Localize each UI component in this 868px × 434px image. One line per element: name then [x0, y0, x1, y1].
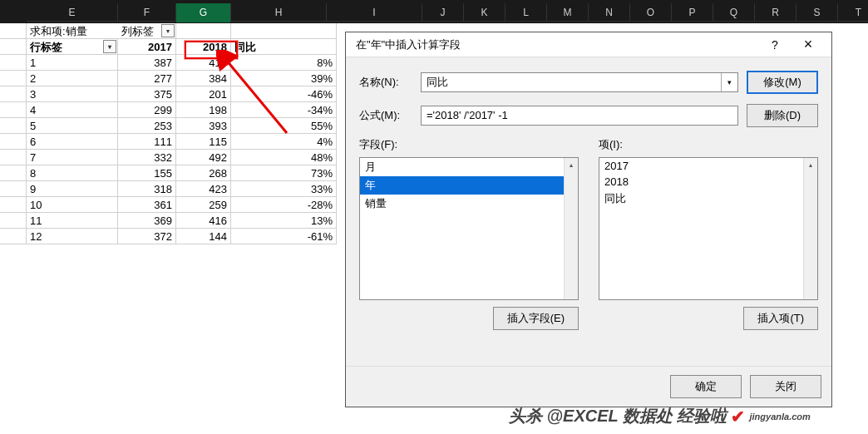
cell-pct: 48%	[231, 150, 337, 165]
watermark: 头杀 @EXCEL 数据处 经验啦 ✔ jingyanla.com	[509, 405, 811, 427]
cell-2018: 423	[176, 181, 231, 197]
cell-pct: 33%	[231, 181, 337, 197]
column-header-I[interactable]: I	[327, 3, 422, 22]
ok-button[interactable]: 确定	[670, 375, 742, 398]
row-label: 11	[27, 213, 118, 229]
cell-2017: 277	[118, 71, 176, 86]
cell-pct: 55%	[231, 118, 337, 134]
row-label: 2	[27, 71, 118, 86]
formula-input[interactable]: ='2018' /'2017' -1	[421, 106, 738, 126]
cell-2018: 418	[176, 55, 231, 71]
calc-item-dialog: 在"年"中插入计算字段 ? × 名称(N): 同比 ▾ 修改(M) 公式(M):…	[345, 32, 832, 407]
help-button[interactable]: ?	[758, 33, 792, 57]
pivot-col-label[interactable]: 列标签▾	[118, 23, 176, 39]
column-header-Q[interactable]: Q	[713, 3, 755, 22]
cell-2017: 155	[118, 165, 176, 181]
modify-button[interactable]: 修改(M)	[747, 71, 818, 94]
cell-2017: 372	[118, 229, 176, 244]
scrollbar[interactable]: ▴	[803, 158, 817, 299]
col-2017: 2017	[118, 39, 176, 55]
cell-2018: 144	[176, 229, 231, 244]
cell-2017: 387	[118, 55, 176, 71]
row-label: 7	[27, 150, 118, 165]
column-header-G[interactable]: G	[176, 3, 231, 22]
column-header-N[interactable]: N	[589, 3, 630, 22]
field-item[interactable]: 销量	[360, 195, 578, 213]
cell-pct: -61%	[231, 229, 337, 244]
fields-label: 字段(F):	[359, 137, 579, 152]
fields-listbox[interactable]: 月年销量 ▴	[359, 157, 579, 300]
pivot-row-label[interactable]: 行标签▾	[27, 39, 118, 55]
cell-2018: 259	[176, 197, 231, 213]
close-dialog-button[interactable]: 关闭	[750, 375, 821, 398]
cell-2018: 201	[176, 86, 231, 102]
row-label: 9	[27, 181, 118, 197]
column-header-P[interactable]: P	[672, 3, 713, 22]
cell-2018: 416	[176, 213, 231, 229]
cell-2018: 115	[176, 134, 231, 150]
row-label: 5	[27, 118, 118, 134]
cell-pct: 4%	[231, 134, 337, 150]
cell-2017: 332	[118, 150, 176, 165]
items-label: 项(I):	[599, 137, 818, 152]
row-label-dropdown[interactable]: ▾	[103, 40, 116, 53]
row-label: 12	[27, 229, 118, 244]
row-label: 3	[27, 86, 118, 102]
row-label: 1	[27, 55, 118, 71]
name-input[interactable]: 同比 ▾	[421, 72, 738, 92]
cell-pct: -46%	[231, 86, 337, 102]
items-listbox[interactable]: 20172018同比 ▴	[599, 157, 818, 300]
cell-pct: 8%	[231, 55, 337, 71]
cell-2017: 369	[118, 213, 176, 229]
col-2018: 2018	[176, 39, 231, 55]
cell-2017: 299	[118, 102, 176, 118]
column-header-S[interactable]: S	[796, 3, 838, 22]
column-header-L[interactable]: L	[506, 3, 547, 22]
pivot-item[interactable]: 2018	[599, 174, 817, 190]
pivot-item[interactable]: 同比	[599, 190, 817, 208]
cell-pct: 73%	[231, 165, 337, 181]
dialog-title: 在"年"中插入计算字段	[356, 37, 758, 52]
dialog-titlebar: 在"年"中插入计算字段 ? ×	[346, 32, 831, 57]
row-label: 8	[27, 165, 118, 181]
cell-2018: 268	[176, 165, 231, 181]
column-header-F[interactable]: F	[118, 3, 176, 22]
cell-pct: -34%	[231, 102, 337, 118]
cell-2017: 111	[118, 134, 176, 150]
pivot-item[interactable]: 2017	[599, 158, 817, 174]
col-label-dropdown[interactable]: ▾	[161, 24, 175, 37]
column-header-E[interactable]: E	[27, 3, 118, 22]
name-dropdown-icon[interactable]: ▾	[721, 73, 737, 91]
cell-pct: 13%	[231, 213, 337, 229]
column-header-R[interactable]: R	[755, 3, 796, 22]
col-ratio: 同比	[231, 39, 337, 55]
column-header-O[interactable]: O	[630, 3, 672, 22]
field-item[interactable]: 年	[360, 176, 578, 195]
row-label: 4	[27, 102, 118, 118]
column-header-K[interactable]: K	[464, 3, 506, 22]
cell-2018: 198	[176, 102, 231, 118]
column-header-T[interactable]: T	[838, 3, 868, 22]
cell-pct: -28%	[231, 197, 337, 213]
column-header-J[interactable]: J	[422, 3, 464, 22]
cell-2018: 393	[176, 118, 231, 134]
delete-button[interactable]: 删除(D)	[747, 104, 818, 127]
insert-field-button[interactable]: 插入字段(E)	[493, 307, 579, 330]
row-label: 6	[27, 134, 118, 150]
column-header-H[interactable]: H	[231, 3, 327, 22]
insert-item-button[interactable]: 插入项(T)	[743, 307, 818, 330]
cell-pct: 39%	[231, 71, 337, 86]
cell-2017: 375	[118, 86, 176, 102]
pivot-corner: 求和项:销量	[27, 23, 118, 39]
cell-2017: 361	[118, 197, 176, 213]
column-header-M[interactable]: M	[547, 3, 589, 22]
cell-2018: 384	[176, 71, 231, 86]
close-button[interactable]: ×	[792, 33, 825, 57]
formula-label: 公式(M):	[359, 108, 412, 123]
cell-2018: 492	[176, 150, 231, 165]
field-item[interactable]: 月	[360, 158, 578, 176]
name-label: 名称(N):	[359, 75, 412, 90]
row-label: 10	[27, 197, 118, 213]
scrollbar[interactable]: ▴	[564, 158, 578, 299]
cell-2017: 253	[118, 118, 176, 134]
